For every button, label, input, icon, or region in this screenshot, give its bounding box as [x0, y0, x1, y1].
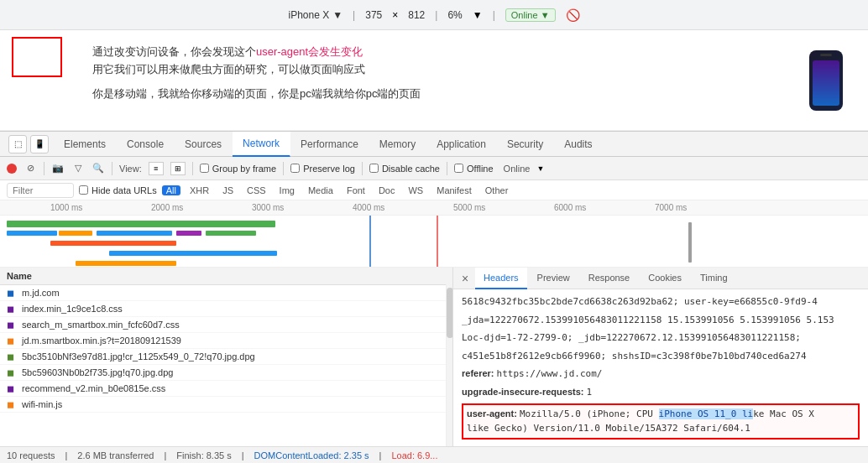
- tab-network[interactable]: Network: [233, 132, 290, 157]
- device-selector[interactable]: iPhone X ▼: [288, 9, 342, 21]
- filter-ws[interactable]: WS: [404, 185, 427, 195]
- filter-icon[interactable]: ▽: [71, 162, 85, 175]
- file-icon-css2: ◼: [7, 320, 17, 330]
- details-tab-timing[interactable]: Timing: [692, 268, 736, 289]
- waterfall-bar-3: [59, 231, 92, 236]
- finish-time: Finish: 8.35 s: [176, 450, 231, 460]
- tab-elements[interactable]: Elements: [54, 132, 117, 157]
- list-item[interactable]: ◼ jd.m.smartbox.min.js?t=201809121539: [0, 333, 452, 349]
- status-bar: 10 requests | 2.6 MB transferred | Finis…: [0, 446, 868, 463]
- tab-audits[interactable]: Audits: [554, 132, 603, 157]
- view-list-icon[interactable]: ≡: [149, 162, 164, 175]
- no-throttle-icon: 🚫: [566, 8, 580, 22]
- requests-count: 10 requests: [7, 450, 55, 460]
- filter-media[interactable]: Media: [304, 185, 337, 195]
- header-row-3: Loc-djd=1-72-2799-0; _jdb=122270672.12.1…: [462, 330, 860, 346]
- group-by-frame-checkbox[interactable]: [200, 164, 209, 173]
- tab-sources[interactable]: Sources: [175, 132, 233, 157]
- network-status[interactable]: Online ▼: [505, 8, 556, 22]
- file-list-header: Name: [0, 268, 452, 285]
- tab-console[interactable]: Console: [117, 132, 175, 157]
- file-list-scrollbar[interactable]: [446, 284, 452, 463]
- toolbar-separator5: [362, 162, 363, 175]
- details-tab-cookies[interactable]: Cookies: [640, 268, 690, 289]
- device-toggle-icon[interactable]: 📱: [30, 135, 49, 153]
- list-item[interactable]: ◼ index.min_1c9ce1c8.css: [0, 301, 452, 317]
- group-by-frame-label[interactable]: Group by frame: [200, 164, 276, 174]
- record-button[interactable]: [7, 164, 17, 174]
- toolbar-separator3: [192, 162, 193, 175]
- transferred-size: 2.6 MB transferred: [77, 450, 154, 460]
- search-icon[interactable]: 🔍: [92, 162, 105, 175]
- details-tab-headers[interactable]: Headers: [475, 268, 527, 289]
- list-item[interactable]: ◼ recommend_v2.min_b0e0815e.css: [0, 381, 452, 397]
- referer-key: referer:: [462, 368, 494, 378]
- file-icon-img1: ◼: [7, 351, 17, 362]
- file-icon-js2: ◼: [7, 399, 17, 409]
- details-tab-response[interactable]: Response: [580, 268, 639, 289]
- toolbar-separator4: [283, 162, 284, 175]
- disable-cache-label[interactable]: Disable cache: [369, 164, 440, 174]
- timeline-ruler: 1000 ms 2000 ms 3000 ms 4000 ms 5000 ms …: [0, 200, 868, 216]
- ua-key: user-agent:: [467, 408, 517, 419]
- waterfall-bar-2: [7, 231, 57, 236]
- tick-7000: 7000 ms: [655, 203, 687, 212]
- file-icon-js: ◼: [7, 336, 17, 346]
- filter-manifest[interactable]: Manifest: [432, 185, 476, 195]
- hide-data-urls-checkbox[interactable]: [79, 185, 88, 195]
- header-value-3: Loc-djd=1-72-2799-0; _jdb=122270672.12.1…: [462, 332, 801, 343]
- filter-xhr[interactable]: XHR: [186, 185, 213, 195]
- preserve-log-checkbox[interactable]: [290, 164, 300, 173]
- filter-input[interactable]: [7, 183, 74, 198]
- browser-top-bar: iPhone X ▼ | 375 × 812 | 6% ▼ | Online ▼…: [0, 0, 868, 30]
- offline-checkbox[interactable]: [454, 164, 463, 173]
- tab-application[interactable]: Application: [426, 132, 497, 157]
- scrollbar-thumb[interactable]: [447, 288, 453, 338]
- offline-label[interactable]: Offline: [454, 164, 494, 174]
- phone-icon: [809, 50, 843, 111]
- header-value-2: _jda=122270672.153991056483011221158 15.…: [462, 315, 834, 325]
- dom-loaded-time: DOMContentLoaded: 2.35 s: [254, 450, 369, 460]
- list-item[interactable]: ◼ 5bc59603Nb0b2f735.jpg!q70.jpg.dpg: [0, 365, 452, 381]
- online-arrow: ▼: [536, 164, 544, 173]
- upgrade-value: 1: [587, 387, 593, 398]
- filter-all[interactable]: All: [162, 185, 180, 195]
- filter-js[interactable]: JS: [218, 185, 238, 195]
- list-item[interactable]: ◼ wifi-min.js: [0, 397, 452, 413]
- filter-css[interactable]: CSS: [243, 185, 270, 195]
- toolbar-separator1: [44, 162, 44, 175]
- list-item[interactable]: ◼ search_m_smartbox.min_fcfc60d7.css: [0, 317, 452, 333]
- filter-img[interactable]: Img: [275, 185, 299, 195]
- tab-security[interactable]: Security: [497, 132, 554, 157]
- camera-icon[interactable]: 📷: [51, 162, 65, 175]
- sep-status1: |: [65, 450, 67, 460]
- page-preview: 通过改变访问设备，你会发现这个user-agent会发生变化 用它我们可以用来做…: [0, 30, 868, 131]
- inspect-icon[interactable]: ⬚: [8, 135, 27, 153]
- list-item[interactable]: ◼ 5bc3510bNf3e97d81.jpg!cr_1125x549_0_72…: [0, 349, 452, 365]
- view-grid-icon[interactable]: ⊞: [170, 162, 186, 175]
- tab-memory[interactable]: Memory: [369, 132, 426, 157]
- timeline-bars: [0, 216, 868, 268]
- filter-doc[interactable]: Doc: [374, 185, 400, 195]
- load-line: [437, 216, 438, 268]
- hide-data-urls-label[interactable]: Hide data URLs: [79, 185, 157, 195]
- details-panel: × Headers Preview Response Cookies Timin…: [453, 268, 868, 463]
- details-close-button[interactable]: ×: [457, 270, 473, 287]
- preserve-log-label[interactable]: Preserve log: [290, 164, 355, 174]
- filter-other[interactable]: Other: [481, 185, 513, 195]
- network-toolbar: ⊘ 📷 ▽ 🔍 View: ≡ ⊞ Group by frame Preserv…: [0, 157, 868, 180]
- view-label: View:: [119, 164, 142, 174]
- header-row-4: c451e51b8f2612e9cb66f9960; shshsID=c3c39…: [462, 349, 860, 364]
- tab-performance[interactable]: Performance: [290, 132, 369, 157]
- list-item[interactable]: ◼ m.jd.com: [0, 285, 452, 301]
- red-highlight-box: [12, 37, 62, 77]
- dom-loaded-line: [369, 216, 371, 268]
- disable-cache-checkbox[interactable]: [369, 164, 379, 173]
- details-tab-preview[interactable]: Preview: [529, 268, 578, 289]
- filter-font[interactable]: Font: [342, 185, 369, 195]
- header-row-2: _jda=122270672.153991056483011221158 15.…: [462, 313, 860, 328]
- annotation1-part1: 通过改变访问设备，你会发现这个: [92, 45, 256, 58]
- main-content: Name ◼ m.jd.com ◼ index.min_1c9ce1c8.css…: [0, 268, 868, 463]
- clear-button[interactable]: ⊘: [24, 162, 37, 175]
- tick-1000: 1000 ms: [50, 203, 82, 212]
